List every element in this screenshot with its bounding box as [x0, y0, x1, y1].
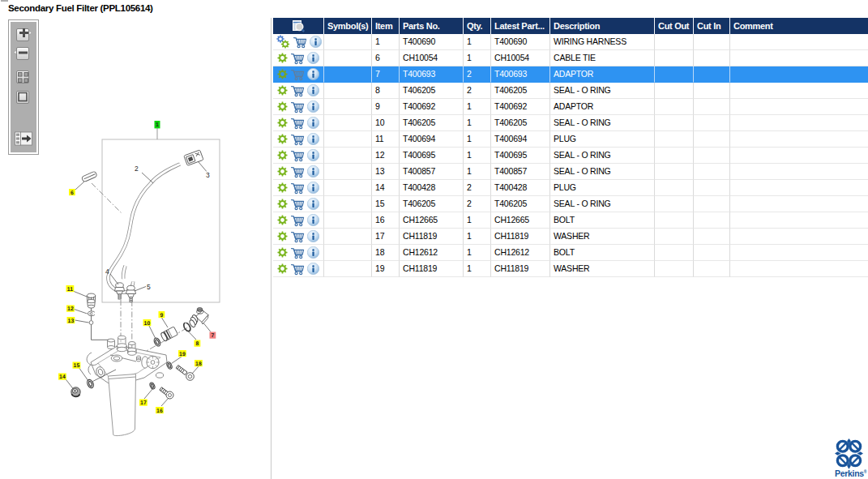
svg-text:18: 18	[195, 361, 202, 367]
svg-text:17: 17	[140, 400, 147, 406]
svg-text:10: 10	[144, 321, 151, 327]
svg-text:14: 14	[59, 374, 66, 380]
svg-text:13: 13	[68, 319, 75, 324]
svg-text:15: 15	[74, 363, 80, 369]
svg-text:9: 9	[160, 313, 164, 319]
svg-text:1: 1	[156, 122, 159, 128]
svg-text:8: 8	[196, 341, 199, 347]
svg-text:6: 6	[71, 190, 74, 196]
svg-text:11: 11	[67, 287, 73, 293]
svg-text:19: 19	[179, 352, 186, 357]
svg-text:16: 16	[156, 408, 163, 414]
svg-text:7: 7	[212, 333, 215, 339]
svg-text:12: 12	[67, 306, 74, 312]
